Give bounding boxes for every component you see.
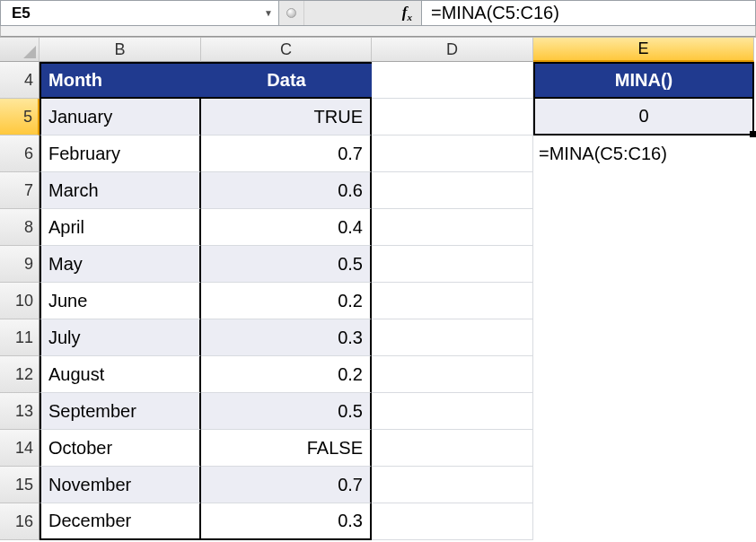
cell-D7[interactable] bbox=[372, 172, 533, 209]
name-box[interactable]: E5 bbox=[12, 4, 259, 22]
cell-B4[interactable]: Month bbox=[40, 62, 201, 99]
cell-C12[interactable]: 0.2 bbox=[201, 356, 372, 393]
dot-icon bbox=[286, 8, 296, 18]
cell-B8[interactable]: April bbox=[40, 209, 201, 246]
cell-C10[interactable]: 0.2 bbox=[201, 283, 372, 319]
cell-D16[interactable] bbox=[372, 503, 533, 540]
cell-C5[interactable]: TRUE bbox=[201, 99, 372, 136]
spreadsheet-grid: B C D E 4 Month Data MINA() 5 January TR… bbox=[0, 37, 756, 540]
cell-E6[interactable]: =MINA(C5:C16) bbox=[533, 136, 754, 172]
row-header-9[interactable]: 9 bbox=[0, 246, 40, 283]
cell-C11[interactable]: 0.3 bbox=[201, 319, 372, 356]
name-box-dropdown[interactable]: ▼ bbox=[259, 1, 278, 25]
cell-E11[interactable] bbox=[533, 319, 754, 356]
cell-E10[interactable] bbox=[533, 283, 754, 319]
cell-E7[interactable] bbox=[533, 172, 754, 209]
mid-bar bbox=[0, 26, 756, 37]
col-header-D[interactable]: D bbox=[372, 38, 533, 62]
row-header-5[interactable]: 5 bbox=[0, 99, 40, 136]
chevron-down-icon: ▼ bbox=[264, 8, 273, 18]
cell-E13[interactable] bbox=[533, 393, 754, 430]
name-box-wrap: E5 ▼ bbox=[1, 1, 279, 25]
cell-E5-active[interactable]: 0 bbox=[533, 99, 754, 136]
row-header-12[interactable]: 12 bbox=[0, 356, 40, 393]
cell-D4[interactable] bbox=[372, 62, 533, 99]
cell-C7[interactable]: 0.6 bbox=[201, 172, 372, 209]
cell-E14[interactable] bbox=[533, 430, 754, 467]
row-header-8[interactable]: 8 bbox=[0, 209, 40, 246]
row-header-16[interactable]: 16 bbox=[0, 503, 40, 540]
cell-C4[interactable]: Data bbox=[201, 62, 372, 99]
cell-B12[interactable]: August bbox=[40, 356, 201, 393]
cell-B15[interactable]: November bbox=[40, 467, 201, 503]
cell-E16[interactable] bbox=[533, 503, 754, 540]
cancel-formula-button[interactable] bbox=[279, 1, 304, 25]
cell-D13[interactable] bbox=[372, 393, 533, 430]
cell-C14[interactable]: FALSE bbox=[201, 430, 372, 467]
cell-E12[interactable] bbox=[533, 356, 754, 393]
row-header-4[interactable]: 4 bbox=[0, 62, 40, 99]
cell-D15[interactable] bbox=[372, 467, 533, 503]
col-header-B[interactable]: B bbox=[40, 38, 201, 62]
cell-C15[interactable]: 0.7 bbox=[201, 467, 372, 503]
select-all-corner[interactable] bbox=[0, 38, 40, 62]
row-header-10[interactable]: 10 bbox=[0, 283, 40, 319]
col-header-C[interactable]: C bbox=[201, 38, 372, 62]
cell-B11[interactable]: July bbox=[40, 319, 201, 356]
cell-C6[interactable]: 0.7 bbox=[201, 136, 372, 172]
cell-E4[interactable]: MINA() bbox=[533, 62, 754, 99]
cell-D10[interactable] bbox=[372, 283, 533, 319]
cell-E9[interactable] bbox=[533, 246, 754, 283]
cell-B14[interactable]: October bbox=[40, 430, 201, 467]
formula-input[interactable]: =MINA(C5:C16) bbox=[422, 1, 755, 25]
cell-D11[interactable] bbox=[372, 319, 533, 356]
cell-B5[interactable]: January bbox=[40, 99, 201, 136]
cell-B16[interactable]: December bbox=[40, 503, 201, 540]
cell-D8[interactable] bbox=[372, 209, 533, 246]
row-header-15[interactable]: 15 bbox=[0, 467, 40, 503]
row-header-6[interactable]: 6 bbox=[0, 136, 40, 172]
cell-C13[interactable]: 0.5 bbox=[201, 393, 372, 430]
cell-B6[interactable]: February bbox=[40, 136, 201, 172]
cell-B9[interactable]: May bbox=[40, 246, 201, 283]
cell-D12[interactable] bbox=[372, 356, 533, 393]
cell-D6[interactable] bbox=[372, 136, 533, 172]
cell-B13[interactable]: September bbox=[40, 393, 201, 430]
cell-D9[interactable] bbox=[372, 246, 533, 283]
cell-B7[interactable]: March bbox=[40, 172, 201, 209]
cell-C16[interactable]: 0.3 bbox=[201, 503, 372, 540]
insert-function-button[interactable]: fx bbox=[304, 1, 421, 25]
formula-bar: E5 ▼ fx =MINA(C5:C16) bbox=[0, 0, 756, 26]
cell-C9[interactable]: 0.5 bbox=[201, 246, 372, 283]
fx-icon: fx bbox=[402, 4, 412, 22]
row-header-11[interactable]: 11 bbox=[0, 319, 40, 356]
cell-D5[interactable] bbox=[372, 99, 533, 136]
row-header-14[interactable]: 14 bbox=[0, 430, 40, 467]
col-header-E[interactable]: E bbox=[533, 38, 754, 62]
cell-E15[interactable] bbox=[533, 467, 754, 503]
cell-C8[interactable]: 0.4 bbox=[201, 209, 372, 246]
row-header-7[interactable]: 7 bbox=[0, 172, 40, 209]
row-header-13[interactable]: 13 bbox=[0, 393, 40, 430]
cell-D14[interactable] bbox=[372, 430, 533, 467]
fx-zone: fx bbox=[279, 1, 422, 25]
cell-E8[interactable] bbox=[533, 209, 754, 246]
cell-B10[interactable]: June bbox=[40, 283, 201, 319]
